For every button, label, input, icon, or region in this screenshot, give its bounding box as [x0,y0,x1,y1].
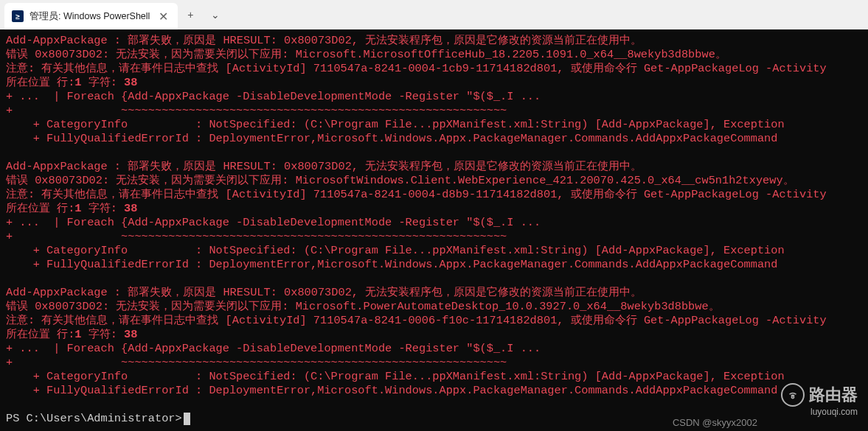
error-position-line: 所在位置 行:1 字符: 38 [6,328,862,342]
cursor [184,413,190,425]
watermark-router-sub: luyouqi.com [810,407,858,417]
error-note-line: 注意: 有关其他信息，请在事件日志中查找 [ActivityId] 711054… [6,62,862,76]
error-cmd-line: + ... | Foreach {Add-AppxPackage -Disabl… [6,90,862,104]
error-position-line: 所在位置 行:1 字符: 38 [6,76,862,90]
error-code-line: 错误 0x80073D02: 无法安装，因为需要关闭以下应用: Microsof… [6,48,862,62]
new-tab-button[interactable]: + [178,0,203,29]
error-tilde-line: + ~~~~~~~~~~~~~~~~~~~~~~~~~~~~~~~~~~~~~~… [6,356,862,370]
title-bar: ≥ 管理员: Windows PowerShell ✕ + ⌄ [0,0,868,29]
tab-title: 管理员: Windows PowerShell [29,10,150,23]
error-fqid-line: + FullyQualifiedErrorId : DeploymentErro… [6,384,862,398]
svg-point-0 [791,396,794,398]
error-position-line: 所在位置 行:1 字符: 38 [6,202,862,216]
error-category-line: + CategoryInfo : NotSpecified: (C:\Progr… [6,370,862,384]
error-code-line: 错误 0x80073D02: 无法安装，因为需要关闭以下应用: Microsof… [6,174,862,188]
error-tilde-line: + ~~~~~~~~~~~~~~~~~~~~~~~~~~~~~~~~~~~~~~… [6,104,862,118]
error-header: Add-AppxPackage : 部署失败，原因是 HRESULT: 0x80… [6,34,862,48]
watermark-router-text: 路由器 [809,384,858,406]
error-fqid-line: + FullyQualifiedErrorId : DeploymentErro… [6,132,862,146]
watermark-router: 路由器 [781,383,858,407]
error-category-line: + CategoryInfo : NotSpecified: (C:\Progr… [6,244,862,258]
error-fqid-line: + FullyQualifiedErrorId : DeploymentErro… [6,258,862,272]
error-cmd-line: + ... | Foreach {Add-AppxPackage -Disabl… [6,342,862,356]
error-header: Add-AppxPackage : 部署失败，原因是 HRESULT: 0x80… [6,286,862,300]
tab-close-button[interactable]: ✕ [156,9,170,24]
terminal-output[interactable]: Add-AppxPackage : 部署失败，原因是 HRESULT: 0x80… [0,29,868,430]
error-note-line: 注意: 有关其他信息，请在事件日志中查找 [ActivityId] 711054… [6,188,862,202]
powershell-icon: ≥ [12,10,24,22]
error-cmd-line: + ... | Foreach {Add-AppxPackage -Disabl… [6,216,862,230]
error-code-line: 错误 0x80073D02: 无法安装，因为需要关闭以下应用: Microsof… [6,300,862,314]
router-icon [781,383,805,407]
tab-powershell[interactable]: ≥ 管理员: Windows PowerShell ✕ [4,3,178,29]
error-note-line: 注意: 有关其他信息，请在事件日志中查找 [ActivityId] 711054… [6,314,862,328]
error-header: Add-AppxPackage : 部署失败，原因是 HRESULT: 0x80… [6,160,862,174]
tab-dropdown-button[interactable]: ⌄ [203,0,228,29]
error-category-line: + CategoryInfo : NotSpecified: (C:\Progr… [6,118,862,132]
error-tilde-line: + ~~~~~~~~~~~~~~~~~~~~~~~~~~~~~~~~~~~~~~… [6,230,862,244]
watermark-csdn: CSDN @skyyx2002 [673,417,757,428]
